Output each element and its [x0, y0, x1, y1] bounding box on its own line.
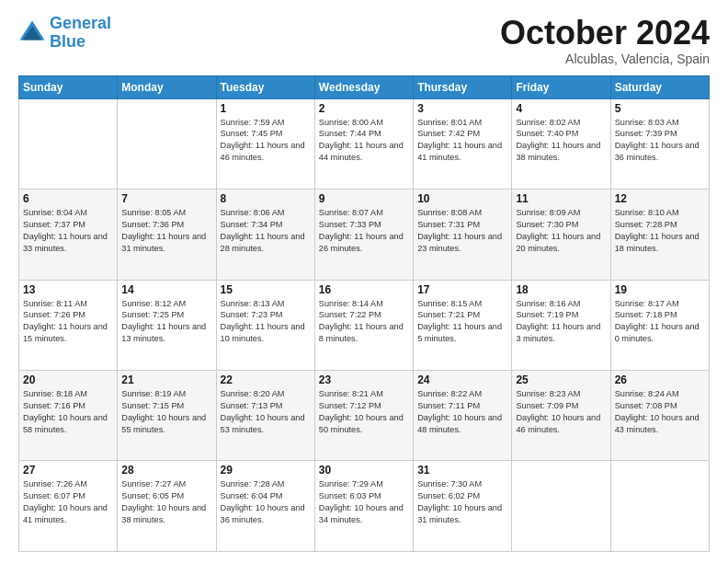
day-info: Sunrise: 8:19 AM Sunset: 7:15 PM Dayligh… [121, 388, 211, 436]
day-number: 20 [23, 373, 113, 386]
calendar: Sunday Monday Tuesday Wednesday Thursday… [18, 75, 710, 552]
day-info: Sunrise: 8:02 AM Sunset: 7:40 PM Dayligh… [516, 117, 606, 165]
col-monday: Monday [118, 75, 216, 98]
table-row: 21Sunrise: 8:19 AM Sunset: 7:15 PM Dayli… [118, 371, 216, 461]
day-number: 31 [417, 464, 507, 477]
day-number: 23 [319, 373, 409, 386]
col-sunday: Sunday [19, 75, 118, 98]
day-info: Sunrise: 8:03 AM Sunset: 7:39 PM Dayligh… [615, 117, 705, 165]
day-number: 24 [417, 373, 507, 386]
day-info: Sunrise: 7:30 AM Sunset: 6:02 PM Dayligh… [417, 478, 507, 526]
day-info: Sunrise: 8:00 AM Sunset: 7:44 PM Dayligh… [319, 117, 409, 165]
day-number: 11 [516, 192, 606, 205]
table-row: 12Sunrise: 8:10 AM Sunset: 7:28 PM Dayli… [610, 190, 709, 280]
day-number: 16 [319, 283, 409, 296]
table-row: 23Sunrise: 8:21 AM Sunset: 7:12 PM Dayli… [314, 371, 413, 461]
day-number: 18 [516, 283, 606, 296]
day-number: 5 [615, 102, 705, 115]
day-info: Sunrise: 8:12 AM Sunset: 7:25 PM Dayligh… [121, 298, 211, 346]
day-number: 26 [615, 373, 705, 386]
day-info: Sunrise: 8:11 AM Sunset: 7:26 PM Dayligh… [23, 298, 113, 346]
day-info: Sunrise: 8:10 AM Sunset: 7:28 PM Dayligh… [615, 207, 705, 255]
day-info: Sunrise: 7:27 AM Sunset: 6:05 PM Dayligh… [121, 478, 211, 526]
table-row: 11Sunrise: 8:09 AM Sunset: 7:30 PM Dayli… [512, 190, 610, 280]
col-wednesday: Wednesday [314, 75, 413, 98]
day-info: Sunrise: 8:18 AM Sunset: 7:16 PM Dayligh… [23, 388, 113, 436]
calendar-week-row: 13Sunrise: 8:11 AM Sunset: 7:26 PM Dayli… [19, 280, 710, 370]
day-info: Sunrise: 8:23 AM Sunset: 7:09 PM Dayligh… [516, 388, 606, 436]
month-title: October 2024 [500, 15, 710, 52]
calendar-week-row: 20Sunrise: 8:18 AM Sunset: 7:16 PM Dayli… [19, 371, 710, 461]
table-row: 29Sunrise: 7:28 AM Sunset: 6:04 PM Dayli… [216, 461, 314, 552]
day-info: Sunrise: 8:22 AM Sunset: 7:11 PM Dayligh… [417, 388, 507, 436]
table-row: 13Sunrise: 8:11 AM Sunset: 7:26 PM Dayli… [19, 280, 118, 370]
day-number: 14 [121, 283, 211, 296]
day-number: 30 [319, 464, 409, 477]
table-row: 17Sunrise: 8:15 AM Sunset: 7:21 PM Dayli… [414, 280, 512, 370]
table-row [610, 461, 709, 552]
table-row: 8Sunrise: 8:06 AM Sunset: 7:34 PM Daylig… [216, 190, 314, 280]
table-row: 9Sunrise: 8:07 AM Sunset: 7:33 PM Daylig… [314, 190, 413, 280]
logo-icon [18, 19, 46, 47]
day-info: Sunrise: 8:13 AM Sunset: 7:23 PM Dayligh… [221, 298, 311, 346]
day-number: 19 [615, 283, 705, 296]
day-number: 13 [23, 283, 113, 296]
header: General Blue October 2024 Alcublas, Vale… [18, 15, 710, 66]
table-row: 31Sunrise: 7:30 AM Sunset: 6:02 PM Dayli… [414, 461, 512, 552]
day-number: 27 [23, 464, 113, 477]
table-row: 30Sunrise: 7:29 AM Sunset: 6:03 PM Dayli… [314, 461, 413, 552]
table-row: 27Sunrise: 7:26 AM Sunset: 6:07 PM Dayli… [19, 461, 118, 552]
day-number: 12 [615, 192, 705, 205]
day-number: 2 [319, 102, 409, 115]
day-number: 15 [221, 283, 311, 296]
logo-text: General Blue [50, 15, 111, 52]
table-row: 16Sunrise: 8:14 AM Sunset: 7:22 PM Dayli… [314, 280, 413, 370]
day-info: Sunrise: 8:04 AM Sunset: 7:37 PM Dayligh… [23, 207, 113, 255]
day-number: 28 [121, 464, 211, 477]
title-block: October 2024 Alcublas, Valencia, Spain [500, 15, 710, 66]
table-row: 5Sunrise: 8:03 AM Sunset: 7:39 PM Daylig… [610, 98, 709, 189]
table-row: 19Sunrise: 8:17 AM Sunset: 7:18 PM Dayli… [610, 280, 709, 370]
day-number: 7 [121, 192, 211, 205]
day-number: 25 [516, 373, 606, 386]
table-row: 22Sunrise: 8:20 AM Sunset: 7:13 PM Dayli… [216, 371, 314, 461]
day-info: Sunrise: 8:20 AM Sunset: 7:13 PM Dayligh… [221, 388, 311, 436]
col-tuesday: Tuesday [216, 75, 314, 98]
calendar-header-row: Sunday Monday Tuesday Wednesday Thursday… [19, 75, 710, 98]
calendar-week-row: 6Sunrise: 8:04 AM Sunset: 7:37 PM Daylig… [19, 190, 710, 280]
day-info: Sunrise: 8:08 AM Sunset: 7:31 PM Dayligh… [417, 207, 507, 255]
table-row: 7Sunrise: 8:05 AM Sunset: 7:36 PM Daylig… [118, 190, 216, 280]
table-row: 18Sunrise: 8:16 AM Sunset: 7:19 PM Dayli… [512, 280, 610, 370]
col-thursday: Thursday [414, 75, 512, 98]
day-info: Sunrise: 8:01 AM Sunset: 7:42 PM Dayligh… [417, 117, 507, 165]
day-number: 29 [221, 464, 311, 477]
day-number: 9 [319, 192, 409, 205]
day-number: 22 [221, 373, 311, 386]
table-row: 15Sunrise: 8:13 AM Sunset: 7:23 PM Dayli… [216, 280, 314, 370]
table-row: 28Sunrise: 7:27 AM Sunset: 6:05 PM Dayli… [118, 461, 216, 552]
day-info: Sunrise: 8:05 AM Sunset: 7:36 PM Dayligh… [121, 207, 211, 255]
day-info: Sunrise: 7:59 AM Sunset: 7:45 PM Dayligh… [221, 117, 311, 165]
day-info: Sunrise: 8:16 AM Sunset: 7:19 PM Dayligh… [516, 298, 606, 346]
table-row [512, 461, 610, 552]
day-number: 4 [516, 102, 606, 115]
day-info: Sunrise: 7:29 AM Sunset: 6:03 PM Dayligh… [319, 478, 409, 526]
day-number: 10 [417, 192, 507, 205]
day-info: Sunrise: 8:06 AM Sunset: 7:34 PM Dayligh… [221, 207, 311, 255]
table-row: 25Sunrise: 8:23 AM Sunset: 7:09 PM Dayli… [512, 371, 610, 461]
day-info: Sunrise: 8:17 AM Sunset: 7:18 PM Dayligh… [615, 298, 705, 346]
table-row: 20Sunrise: 8:18 AM Sunset: 7:16 PM Dayli… [19, 371, 118, 461]
col-saturday: Saturday [610, 75, 709, 98]
day-info: Sunrise: 8:24 AM Sunset: 7:08 PM Dayligh… [615, 388, 705, 436]
day-info: Sunrise: 8:09 AM Sunset: 7:30 PM Dayligh… [516, 207, 606, 255]
table-row: 4Sunrise: 8:02 AM Sunset: 7:40 PM Daylig… [512, 98, 610, 189]
day-number: 1 [221, 102, 311, 115]
table-row [19, 98, 118, 189]
day-info: Sunrise: 8:15 AM Sunset: 7:21 PM Dayligh… [417, 298, 507, 346]
day-number: 21 [121, 373, 211, 386]
table-row: 6Sunrise: 8:04 AM Sunset: 7:37 PM Daylig… [19, 190, 118, 280]
col-friday: Friday [512, 75, 610, 98]
day-info: Sunrise: 8:07 AM Sunset: 7:33 PM Dayligh… [319, 207, 409, 255]
table-row: 26Sunrise: 8:24 AM Sunset: 7:08 PM Dayli… [610, 371, 709, 461]
table-row: 10Sunrise: 8:08 AM Sunset: 7:31 PM Dayli… [414, 190, 512, 280]
